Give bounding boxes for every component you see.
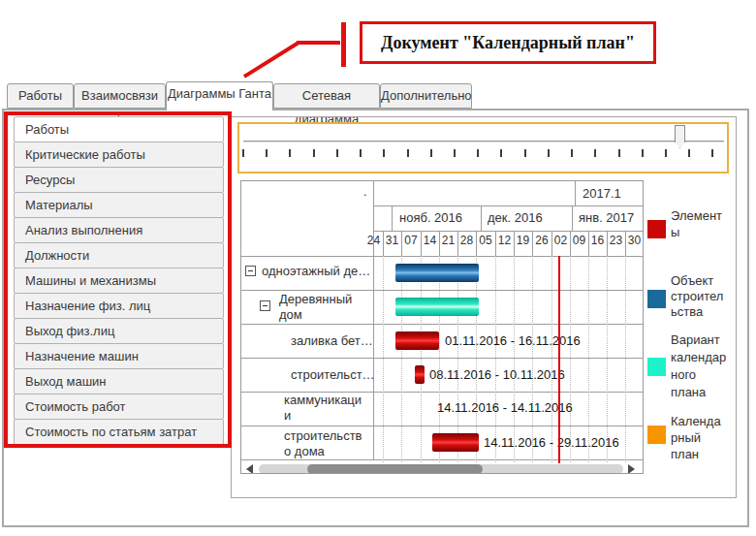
task-label-line: и: [284, 408, 362, 424]
row-line: [241, 426, 644, 426]
sidebar-item-mashiny[interactable]: Машины и механизмы: [14, 268, 224, 294]
slider-tick: [477, 149, 479, 157]
task-row-label[interactable]: строительст…: [291, 367, 375, 383]
slider-track[interactable]: [243, 141, 724, 143]
week-day: 16: [588, 234, 607, 247]
legend-line: Объект: [671, 273, 723, 289]
task-label-line: каммуникаци: [284, 393, 362, 408]
week-day: 14: [421, 234, 439, 247]
sidebar-item-stoimost-rabot[interactable]: Стоимость работ: [14, 394, 224, 420]
bar-date-range: 14.11.2016 - 14.11.2016: [437, 400, 573, 415]
task-row-label[interactable]: заливка бет…: [291, 333, 373, 349]
scroll-right-icon[interactable]: [628, 464, 635, 474]
row-line: [241, 256, 644, 257]
gridline: [495, 256, 496, 462]
header-line: [373, 205, 644, 206]
sidebar-item-resursy[interactable]: Ресурсы: [14, 167, 224, 193]
sidebar-item-dolzhnosti[interactable]: Должности: [14, 242, 224, 268]
task-label-line: одноэтажный де…: [262, 264, 370, 279]
gantt-bar-task[interactable]: [415, 365, 425, 384]
month-cell-border: [572, 205, 573, 231]
slider-tick: [711, 149, 713, 157]
sidebar-item-naznachenie-mashin[interactable]: Назначение машин: [14, 343, 224, 369]
gridline: [476, 256, 477, 462]
slider-tick: [313, 149, 315, 157]
legend-swatch-plan: [647, 426, 666, 444]
week-day: 21: [439, 234, 457, 247]
gantt-bar-task[interactable]: [432, 433, 479, 452]
legend-line: рный: [671, 429, 721, 446]
slider-tick: [665, 149, 667, 157]
header-corner-dot: .: [363, 184, 367, 199]
task-row-label[interactable]: Деревянный дом: [279, 292, 352, 323]
week-day: 24: [364, 234, 383, 247]
week-day: 26: [532, 234, 551, 247]
gridline: [439, 256, 440, 462]
gantt-bar-variant[interactable]: [395, 298, 479, 316]
slider-tick: [289, 149, 291, 157]
month-label: дек. 2016: [488, 210, 543, 225]
legend-line: Вариант: [671, 331, 726, 349]
week-day: 05: [476, 234, 495, 247]
task-row-label[interactable]: каммуникаци и: [284, 393, 362, 424]
gridline: [588, 256, 589, 462]
task-label-line: дом: [279, 307, 352, 323]
sidebar-item-vyhod-fiz[interactable]: Выход физ.лиц: [14, 318, 224, 344]
task-row-label[interactable]: одноэтажный де…: [262, 264, 370, 279]
week-day: 02: [551, 234, 570, 247]
slider-tick: [407, 149, 409, 157]
task-label-line: Деревянный: [279, 292, 352, 307]
slider-tick: [336, 149, 338, 157]
collapse-icon[interactable]: [260, 300, 270, 311]
legend-line: строител: [671, 289, 723, 304]
task-label-line: заливка бет…: [291, 333, 373, 349]
quarter-label: 2017.1: [583, 186, 621, 201]
legend-line: ного: [671, 366, 726, 384]
legend-swatch-elements: [647, 220, 666, 238]
scroll-left-icon[interactable]: [246, 464, 253, 474]
legend-line: ы: [671, 224, 722, 240]
sidebar-item-kriticheskie[interactable]: Критические работы: [14, 142, 224, 168]
collapse-icon[interactable]: [245, 266, 256, 276]
app-screen: Документ "Календарный план" Работы Взаим…: [0, 0, 756, 536]
sidebar-item-raboty[interactable]: Работы: [14, 116, 224, 142]
week-day: 07: [401, 234, 421, 247]
row-line: [241, 290, 644, 291]
legend-label-object: Объект строител ьства: [671, 273, 723, 320]
slider-tick: [242, 149, 244, 157]
gantt-bar-task[interactable]: [395, 331, 439, 350]
slider-tick: [500, 149, 502, 157]
legend-line: Элемент: [671, 207, 722, 224]
quarter-cell-border: [575, 181, 576, 205]
slider-tick: [618, 149, 620, 157]
current-date-line: [558, 256, 560, 463]
gantt-chart: . 2017.1 нояб. 2016 дек. 2016 янв. 2017 …: [240, 180, 644, 474]
task-label-line: строительст…: [291, 367, 375, 383]
gantt-bar-object[interactable]: [395, 264, 479, 282]
header-line: [373, 231, 644, 232]
task-row-label[interactable]: строительств о дома: [284, 428, 362, 459]
sidebar-item-vyhod-mashin[interactable]: Выход машин: [14, 368, 224, 394]
gridline: [551, 256, 552, 462]
sidebar-item-naznachenie-fiz[interactable]: Назначение физ. лиц: [14, 293, 224, 319]
sidebar-item-analiz[interactable]: Анализ выполнения: [14, 217, 224, 243]
gridline: [570, 256, 571, 462]
slider-tick: [571, 149, 573, 157]
sidebar-item-stoimost-zatrat[interactable]: Стоимость по статьям затрат: [14, 419, 224, 445]
slider-tick: [688, 149, 690, 157]
week-day: 19: [514, 234, 532, 247]
row-line: [241, 324, 644, 325]
legend-line: плана: [671, 384, 726, 401]
sidebar-item-materialy[interactable]: Материалы: [14, 192, 224, 218]
slider-tick: [548, 149, 550, 157]
month-cell-border: [392, 205, 393, 231]
minus-icon: [263, 305, 268, 306]
row-line: [241, 459, 644, 460]
month-label: нояб. 2016: [399, 210, 462, 225]
hscrollbar-thumb[interactable]: [307, 464, 483, 474]
week-day: 31: [383, 234, 401, 247]
legend-line: календар: [671, 349, 726, 366]
month-cell-border: [481, 205, 482, 231]
task-label-line: о дома: [284, 444, 362, 459]
bar-date-range: 14.11.2016 - 29.11.2016: [484, 435, 619, 450]
